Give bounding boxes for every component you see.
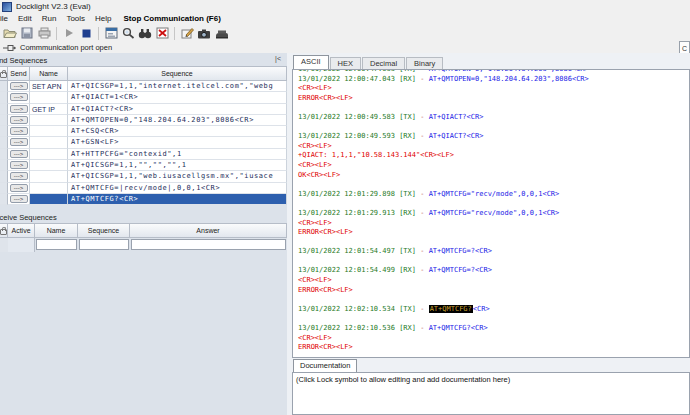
row-selector-cell[interactable] (0, 104, 8, 115)
log-segment: ERROR<CR><LF> (298, 94, 353, 102)
log-segment: 13/01/2022 12:01:29.898 [TX] (298, 190, 420, 198)
binoculars-icon[interactable] (137, 26, 153, 41)
send-cell: ---> (8, 171, 30, 182)
menu-edit[interactable]: Edit (13, 14, 37, 23)
row-selector-cell[interactable] (0, 137, 8, 148)
row-selector-cell[interactable] (0, 194, 8, 205)
column-header-active[interactable]: Active (8, 224, 35, 238)
sequence-value-cell[interactable]: AT+QMTCFG?<CR> (68, 194, 287, 205)
send-sequence-button[interactable]: ---> (10, 116, 28, 124)
sequence-value-cell[interactable]: AT+QICSGP=1,1,"web.iusacellgsm.mx","iusa… (68, 171, 287, 182)
sequence-value-cell[interactable]: AT+QIACT=1<CR> (68, 92, 287, 103)
edit-notes-icon[interactable] (179, 26, 195, 41)
send-sequence-button[interactable]: ---> (10, 82, 28, 90)
log-segment: <CR><LF> (298, 276, 332, 284)
sequence-name-cell[interactable]: GET IP (30, 104, 68, 115)
save-icon[interactable] (19, 26, 35, 41)
send-sequence-button[interactable]: ---> (10, 184, 28, 192)
lock-column-header[interactable] (0, 67, 8, 81)
row-selector-cell[interactable] (0, 115, 8, 126)
sequence-name-cell[interactable] (30, 115, 68, 126)
column-header-sequence[interactable]: Sequence (68, 67, 287, 81)
sequence-value-cell[interactable]: AT+QICSGP=1,1,"internet.itelcel.com","we… (68, 81, 287, 92)
menu-tools[interactable]: Tools (61, 14, 90, 23)
sequence-name-cell[interactable] (30, 171, 68, 182)
sequence-value-cell[interactable]: AT+GSN<LF> (68, 137, 287, 148)
send-sequence-button[interactable]: ---> (10, 105, 28, 113)
sequence-value-cell[interactable]: AT+HTTPCFG="contexid",1 (68, 149, 287, 160)
print-icon[interactable] (36, 26, 52, 41)
tab-decimal[interactable]: Decimal (362, 57, 405, 69)
menu-file[interactable]: File (0, 14, 13, 23)
send-sequence-button[interactable]: ---> (10, 93, 28, 101)
sequence-name-cell[interactable]: SET APN (30, 81, 68, 92)
camera-icon[interactable] (196, 26, 212, 41)
lock-column-header[interactable] (0, 224, 8, 238)
log-segment: OK<CR><LF> (298, 171, 340, 179)
tab-binary[interactable]: Binary (406, 57, 443, 69)
name-cell[interactable] (35, 238, 78, 252)
documentation-content[interactable]: (Click Lock symbol to allow editing and … (292, 372, 690, 415)
log-segment: 13/01/2022 12:01:54.497 [TX] (298, 247, 420, 255)
log-highlighted-command: AT+QMTCFG? (429, 305, 473, 313)
tab-hex[interactable]: HEX (330, 57, 361, 69)
column-header-answer[interactable]: Answer (130, 224, 287, 238)
lock-icon (0, 229, 7, 235)
row-selector-cell[interactable] (0, 81, 8, 92)
send-sequence-button[interactable]: ---> (10, 172, 28, 180)
log-segment: AT+QMTCFG="recv/mode",0,0,1<CR> (429, 190, 560, 198)
log-line: OK<CR><LF> (298, 171, 689, 181)
sequences-panel: Send Sequences |< SendNameSequence --->S… (0, 53, 287, 415)
row-selector-cell[interactable] (0, 92, 8, 103)
delete-icon[interactable] (154, 26, 170, 41)
open-file-icon[interactable] (2, 26, 18, 41)
sequence-name-cell[interactable] (30, 194, 68, 205)
communication-panel: ASCIIHEXDecimalBinary 13/01/2022 12:00:4… (287, 53, 690, 415)
find-icon[interactable] (120, 26, 136, 41)
sequence-name-cell[interactable] (30, 160, 68, 171)
sequence-name-cell[interactable] (30, 92, 68, 103)
send-sequence-button[interactable]: ---> (10, 150, 28, 158)
log-segment: 13/01/2022 12:02:10.536 [RX] (298, 324, 420, 332)
row-selector-cell[interactable] (0, 238, 8, 252)
sequence-value-cell[interactable]: AT+CSQ<CR> (68, 126, 287, 137)
log-line: 13/01/2022 12:00:47.043 [RX] - AT+QMTOPE… (298, 75, 689, 85)
sequence-value-cell[interactable]: AT+QICSGP=1,1,"","","",1 (68, 160, 287, 171)
answer-cell[interactable] (130, 238, 287, 252)
menu-stop-communication[interactable]: Stop Communication (F6) (117, 14, 221, 23)
send-sequence-button[interactable]: ---> (10, 195, 28, 203)
sequence-name-cell[interactable] (30, 126, 68, 137)
stop-icon[interactable] (78, 26, 94, 41)
tab-ascii[interactable]: ASCII (293, 55, 329, 69)
row-selector-cell[interactable] (0, 160, 8, 171)
column-header-name[interactable]: Name (35, 224, 78, 238)
log-segment: AT+QIACT?<CR> (429, 113, 484, 121)
row-selector-cell[interactable] (0, 183, 8, 194)
sequence-value-cell[interactable]: AT+QMTCFG=|recv/mode|,0,0,1<CR> (68, 183, 287, 194)
communication-log[interactable]: 13/01/2022 12:00:47.033 [TX] - AT+QMTOPE… (292, 69, 690, 358)
sequence-value-cell[interactable]: AT+QIACT?<CR> (68, 104, 287, 115)
row-selector-cell[interactable] (0, 149, 8, 160)
printer-device-icon[interactable] (213, 26, 229, 41)
sequence-name-cell[interactable] (30, 183, 68, 194)
project-settings-icon[interactable] (103, 26, 119, 41)
sequence-cell[interactable] (78, 238, 130, 252)
column-header-send[interactable]: Send (8, 67, 30, 81)
row-selector-cell[interactable] (0, 171, 8, 182)
play-icon[interactable] (61, 26, 77, 41)
sequence-value-cell[interactable]: AT+QMTOPEN=0,"148.204.64.203",8086<CR> (68, 115, 287, 126)
column-header-name[interactable]: Name (30, 67, 68, 81)
sequence-name-cell[interactable] (30, 137, 68, 148)
active-cell[interactable] (8, 238, 35, 252)
sequence-name-cell[interactable] (30, 149, 68, 160)
send-sequence-row: --->AT+QMTCFG=|recv/mode|,0,0,1<CR> (0, 183, 287, 194)
column-header-sequence[interactable]: Sequence (78, 224, 130, 238)
row-selector-cell[interactable] (0, 126, 8, 137)
send-sequence-button[interactable]: ---> (10, 127, 28, 135)
menu-help[interactable]: Help (90, 14, 116, 23)
collapse-panel-button[interactable]: |< (274, 55, 282, 63)
tab-documentation[interactable]: Documentation (293, 359, 357, 372)
send-sequence-button[interactable]: ---> (10, 161, 28, 169)
send-sequence-button[interactable]: ---> (10, 138, 28, 146)
menu-run[interactable]: Run (37, 14, 62, 23)
